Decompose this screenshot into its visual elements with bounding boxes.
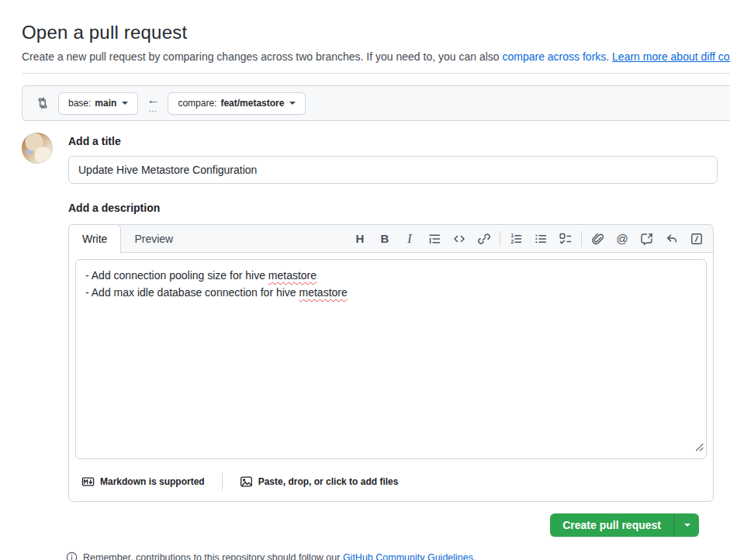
mention-glyph: @ xyxy=(616,232,628,245)
tab-preview[interactable]: Preview xyxy=(121,225,186,253)
learn-more-diff-link[interactable]: Learn more about diff comparisons xyxy=(612,50,730,63)
misspelled-word: metastore xyxy=(268,269,317,282)
description-line: - Add connection pooling size for hive m… xyxy=(85,267,697,284)
compare-across-forks-link[interactable]: compare across forks xyxy=(502,50,606,63)
image-icon xyxy=(240,475,253,488)
slash-command-icon[interactable] xyxy=(684,226,709,251)
editor-footer: Markdown is supported Paste, drop, or cl… xyxy=(69,465,713,501)
ordered-list-icon[interactable]: 1 2 xyxy=(503,226,528,251)
compare-branch-label: compare: xyxy=(178,98,216,109)
title-heading: Add a title xyxy=(68,135,718,147)
chevron-down-icon xyxy=(684,524,690,527)
italic-icon[interactable]: I xyxy=(397,226,422,251)
svg-text:2: 2 xyxy=(511,239,514,244)
bold-glyph: B xyxy=(381,232,389,245)
editor-tab-bar: Write Preview H B I xyxy=(69,225,713,253)
tab-write[interactable]: Write xyxy=(68,224,121,254)
compare-branch-value: feat/metastore xyxy=(220,98,284,109)
quote-icon[interactable] xyxy=(422,226,447,251)
git-compare-icon xyxy=(36,97,49,109)
page-title: Open a pull request xyxy=(22,22,730,43)
line-text: - Add max idle database connection for h… xyxy=(85,286,299,299)
bold-icon[interactable]: B xyxy=(372,226,397,251)
heading-glyph: H xyxy=(356,232,365,245)
lede-text: Create a new pull request by comparing c… xyxy=(22,50,502,63)
pr-description-textarea[interactable]: - Add connection pooling size for hive m… xyxy=(75,259,707,459)
task-list-icon[interactable] xyxy=(553,226,578,251)
compare-direction-indicator: ← … xyxy=(147,94,159,113)
markdown-supported-link[interactable]: Markdown is supported xyxy=(81,475,205,488)
form-actions: Create pull request xyxy=(68,513,699,537)
misspelled-word: metastore xyxy=(299,286,348,299)
pr-form: Add a title Add a description Write Prev… xyxy=(22,133,730,537)
base-branch-value: main xyxy=(95,98,116,109)
description-line: - Add max idle database connection for h… xyxy=(85,284,697,301)
community-guidelines-link[interactable]: GitHub Community Guidelines xyxy=(343,552,473,560)
contribution-guidelines-note: Remember, contributions to this reposito… xyxy=(66,551,730,560)
markdown-toolbar: H B I xyxy=(348,226,713,251)
base-branch-label: base: xyxy=(68,98,91,109)
header-divider xyxy=(22,73,730,74)
pr-form-main: Add a title Add a description Write Prev… xyxy=(68,133,718,537)
reply-icon[interactable] xyxy=(659,226,684,251)
footer-separator xyxy=(222,472,223,491)
note-after: . xyxy=(473,552,476,560)
note-before: Remember, contributions to this reposito… xyxy=(83,552,343,560)
base-branch-selector[interactable]: base: main xyxy=(58,92,138,115)
resize-handle-icon[interactable] xyxy=(695,439,704,456)
markdown-editor: Write Preview H B I xyxy=(68,224,714,502)
branch-compare-bar: base: main ← … compare: feat/metastore xyxy=(22,85,730,121)
compare-branch-selector[interactable]: compare: feat/metastore xyxy=(168,92,306,115)
cross-reference-icon[interactable] xyxy=(635,226,659,251)
italic-glyph: I xyxy=(407,232,411,246)
mention-icon[interactable]: @ xyxy=(610,226,635,251)
markdown-icon xyxy=(81,475,95,488)
lede-separator: . xyxy=(606,50,612,63)
create-pull-request-split-button: Create pull request xyxy=(550,513,699,537)
markdown-supported-label: Markdown is supported xyxy=(100,476,205,487)
create-pull-request-button[interactable]: Create pull request xyxy=(550,513,673,537)
attach-file-icon[interactable] xyxy=(585,226,610,251)
toolbar-separator xyxy=(500,231,500,247)
info-icon xyxy=(66,551,78,560)
line-text: - Add connection pooling size for hive xyxy=(85,269,268,282)
heading-icon[interactable]: H xyxy=(348,226,372,251)
chevron-down-icon xyxy=(122,102,128,105)
description-heading: Add a description xyxy=(68,202,718,214)
create-options-dropdown[interactable] xyxy=(673,513,699,537)
page-header: Open a pull request Create a new pull re… xyxy=(0,0,730,63)
toolbar-separator xyxy=(581,231,582,247)
code-icon[interactable] xyxy=(447,226,472,251)
unordered-list-icon[interactable] xyxy=(528,226,553,251)
attach-files-button[interactable]: Paste, drop, or click to add files xyxy=(240,475,399,488)
user-avatar xyxy=(22,133,53,164)
pr-title-input[interactable] xyxy=(68,156,718,184)
ellipsis-icon: … xyxy=(148,105,157,113)
page-lede: Create a new pull request by comparing c… xyxy=(22,50,730,63)
chevron-down-icon xyxy=(289,102,296,105)
note-text: Remember, contributions to this reposito… xyxy=(83,552,476,560)
svg-text:1: 1 xyxy=(511,233,514,238)
editor-body: - Add connection pooling size for hive m… xyxy=(69,253,713,465)
attach-files-label: Paste, drop, or click to add files xyxy=(258,476,399,487)
link-icon[interactable] xyxy=(472,226,496,251)
open-pull-request-page: Open a pull request Create a new pull re… xyxy=(0,0,730,560)
